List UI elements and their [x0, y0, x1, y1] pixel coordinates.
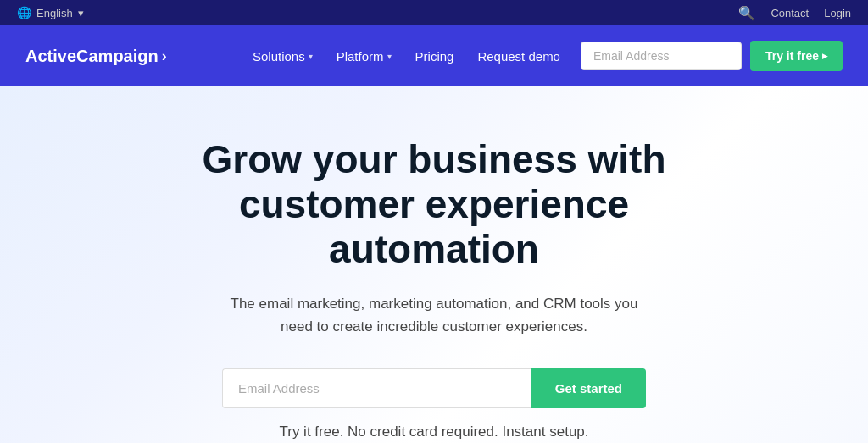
nav-pricing[interactable]: Pricing	[415, 49, 454, 64]
nav-try-free-button[interactable]: Try it free ▸	[750, 41, 843, 71]
hero-heading: Grow your business with customer experie…	[137, 137, 731, 272]
search-icon[interactable]: 🔍	[738, 5, 755, 21]
logo-arrow: ›	[162, 47, 167, 65]
chevron-down-icon: ▾	[387, 52, 392, 61]
nav-solutions[interactable]: Solutions ▾	[253, 49, 313, 64]
logo[interactable]: ActiveCampaign ›	[25, 47, 167, 66]
top-bar: 🌐 English ▾ 🔍 Contact Login	[0, 0, 868, 25]
arrow-icon: ▸	[822, 50, 827, 62]
hero-form: Get started	[222, 368, 646, 408]
nav-email-input[interactable]	[581, 42, 742, 70]
hero-get-started-button[interactable]: Get started	[531, 368, 646, 408]
language-label: English	[36, 7, 73, 19]
top-bar-right: 🔍 Contact Login	[738, 5, 851, 21]
nav-platform[interactable]: Platform ▾	[337, 49, 392, 64]
language-chevron: ▾	[78, 7, 84, 19]
hero-subheading: The email marketing, marketing automatio…	[214, 292, 654, 338]
language-selector[interactable]: 🌐 English ▾	[17, 6, 84, 19]
contact-link[interactable]: Contact	[771, 7, 809, 19]
main-nav: ActiveCampaign › Solutions ▾ Platform ▾ …	[0, 25, 868, 86]
chevron-down-icon: ▾	[309, 52, 313, 61]
nav-links: Solutions ▾ Platform ▾ Pricing Request d…	[253, 49, 560, 64]
nav-request-demo[interactable]: Request demo	[477, 49, 560, 64]
hero-section: Grow your business with customer experie…	[0, 86, 868, 443]
hero-note: Try it free. No credit card required. In…	[279, 420, 588, 443]
logo-text: ActiveCampaign	[25, 47, 159, 66]
login-link[interactable]: Login	[824, 7, 851, 19]
globe-icon: 🌐	[17, 6, 31, 19]
hero-email-input[interactable]	[222, 368, 531, 408]
